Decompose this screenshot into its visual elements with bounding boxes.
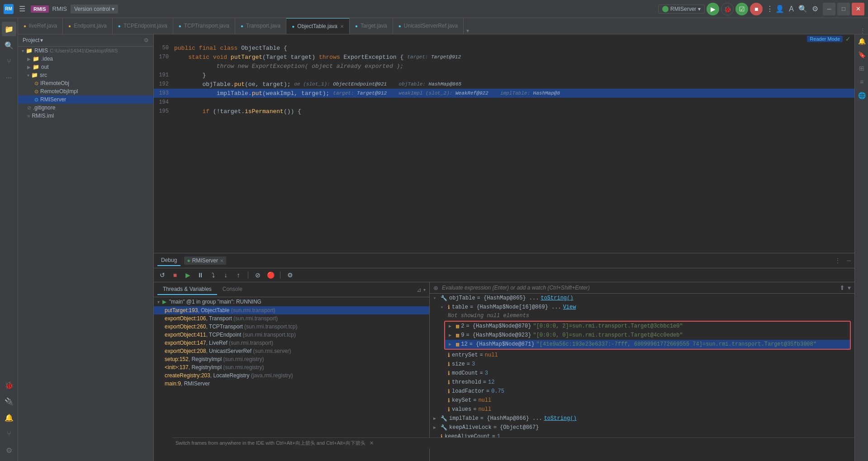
var-size[interactable]: ℹ size = 3 xyxy=(430,360,854,369)
stack-frame-0[interactable]: putTarget:193, ObjectTable (sun.rmi.tran… xyxy=(154,306,429,314)
activity-settings-icon[interactable]: ⚙ xyxy=(2,443,16,457)
code-content[interactable]: 50 public final class ObjectTable { 170 … xyxy=(154,43,854,253)
stop-debug-button[interactable]: ■ xyxy=(170,270,180,280)
more-options-button[interactable]: ⋮ xyxy=(764,4,775,14)
tostring-link[interactable]: toString() xyxy=(544,415,577,422)
var-modcount[interactable]: ℹ modCount = 3 xyxy=(430,369,854,378)
var-objtable[interactable]: ▾ 🔧 objTable = {HashMap@865} ... toStrin… xyxy=(430,294,854,303)
stack-frame-8[interactable]: createRegistry:203, LocateRegistry (java… xyxy=(154,371,429,380)
view-breakpoints-button[interactable]: 🔴 xyxy=(266,270,275,280)
eval-input[interactable] xyxy=(442,285,836,291)
step-out-button[interactable]: ↑ xyxy=(233,270,243,280)
project-dropdown[interactable]: Project ▾ xyxy=(23,37,43,43)
stack-frame-4[interactable]: exportObject:147, LiveRef (sun.rmi.trans… xyxy=(154,339,429,347)
run-button[interactable]: ▶ xyxy=(707,3,719,15)
var-entry-2[interactable]: ▶ ▦ 2 = {HashMap$Node@870} "[0:0:0, 2]=s… xyxy=(445,322,850,331)
run-server-selector[interactable]: RMIServer ▾ xyxy=(658,5,705,14)
step-into-button[interactable]: ↓ xyxy=(221,270,231,280)
activity-vcs-icon[interactable]: ⑂ xyxy=(2,54,16,69)
tostring-link[interactable]: toString() xyxy=(541,295,573,301)
expand-icon[interactable]: ⬆ xyxy=(840,284,845,291)
hamburger-button[interactable]: ☰ xyxy=(17,4,27,14)
stack-frame-7[interactable]: <init>:137, RegistryImpl (sun.rmi.regist… xyxy=(154,363,429,371)
stop-button[interactable]: ■ xyxy=(750,3,763,15)
translate-icon[interactable]: A xyxy=(789,5,794,13)
tab-tcptransport[interactable]: ● TCPTransport.java xyxy=(173,18,235,34)
chevron-down-icon[interactable]: ▾ xyxy=(848,284,851,291)
activity-more-icon[interactable]: ··· xyxy=(2,71,16,85)
sidebar-item-src[interactable]: ▾ 📁 src xyxy=(18,71,153,79)
maximize-button[interactable]: □ xyxy=(837,3,850,15)
sidebar-item-out[interactable]: ▶ 📁 out xyxy=(18,63,153,71)
notifications-icon[interactable]: 🔔 xyxy=(855,34,868,48)
mute-breakpoints-button[interactable]: ⊘ xyxy=(253,270,263,280)
activity-project-icon[interactable]: 📁 xyxy=(2,22,16,36)
stack-frame-2[interactable]: exportObject:260, TCPTransport (sun.rmi.… xyxy=(154,323,429,331)
sidebar-item-iml[interactable]: ≡ RMIS.iml xyxy=(18,112,153,120)
var-entry-12[interactable]: ▶ ▦ 12 = {HashMap$Node@871} "[41e9a56c:1… xyxy=(445,340,850,349)
tab-objecttable[interactable]: ● ObjectTable.java ✕ xyxy=(286,18,350,34)
tab-console[interactable]: Console xyxy=(217,284,248,295)
resume-button[interactable]: ▶ xyxy=(183,270,193,280)
filter-icon[interactable]: ⊿ xyxy=(417,286,422,293)
pause-button[interactable]: ⏸ xyxy=(195,270,205,280)
sidebar-item-idea[interactable]: ▶ 📁 .idea xyxy=(18,55,153,63)
sidebar-item-rmis[interactable]: ▾ 📁 RMIS C:\Users\14341\Desktop\RMIS xyxy=(18,47,153,55)
tab-transport[interactable]: ● Transport.java xyxy=(235,18,286,34)
tab-overflow[interactable]: ▾ xyxy=(464,28,472,34)
sidebar-item-gitignore[interactable]: ⊘ .gitignore xyxy=(18,104,153,112)
view-link[interactable]: View xyxy=(563,304,576,310)
tab-liveref[interactable]: ● liveRef.java xyxy=(18,18,63,34)
sidebar-item-iremoteobj[interactable]: ⊙ IRemoteObj xyxy=(18,79,153,87)
sidebar-item-rmiserver[interactable]: ⊙ RMIServer xyxy=(18,95,153,104)
tab-tcpendpoint[interactable]: ● TCPEndpoint.java xyxy=(113,18,173,34)
tab-endpoint[interactable]: ● Endpoint.java xyxy=(63,18,113,34)
var-keyset[interactable]: ℹ keySet = null xyxy=(430,396,854,405)
account-icon[interactable]: 👤 xyxy=(775,5,784,13)
settings-debug-button[interactable]: ⚙ xyxy=(285,270,295,280)
debug-run-button[interactable]: 🐞 xyxy=(721,3,734,15)
activity-debug-icon[interactable]: 🐞 xyxy=(2,378,16,392)
tab-unicastserverref[interactable]: ● UnicastServerRef.java xyxy=(393,18,464,34)
settings-icon[interactable]: ⚙ xyxy=(144,37,149,43)
tab-target[interactable]: ● Target.java xyxy=(350,18,393,34)
step-over-button[interactable]: ⤵ xyxy=(208,270,218,280)
var-loadfactor[interactable]: ℹ loadFactor = 0.75 xyxy=(430,387,854,396)
stack-frame-1[interactable]: exportObject:106, Transport (sun.rmi.tra… xyxy=(154,314,429,323)
bookmark-icon[interactable]: 🔖 xyxy=(855,48,868,62)
var-table[interactable]: ▾ ℹ table = {HashMap$Node[16]@869} ... V… xyxy=(430,303,854,312)
coverage-button[interactable]: ☑ xyxy=(735,3,748,15)
var-values[interactable]: ℹ values = null xyxy=(430,405,854,414)
restart-button[interactable]: ↺ xyxy=(157,270,167,280)
minimize-button[interactable]: ─ xyxy=(823,3,835,15)
structure-icon[interactable]: ⊞ xyxy=(855,62,868,75)
close-hint-icon[interactable]: ✕ xyxy=(370,440,374,446)
var-entry-9[interactable]: ▶ ▦ 9 = {HashMap$Node@923} "[0:0:0, 0]=s… xyxy=(445,331,850,340)
reader-mode-badge[interactable]: Reader Mode xyxy=(807,36,843,42)
close-icon[interactable]: ✕ xyxy=(220,258,223,263)
layers-icon[interactable]: ≡ xyxy=(855,75,868,89)
debug-server-tag[interactable]: ● RMIServer ✕ xyxy=(184,257,226,265)
sidebar-item-remoteobjimpl[interactable]: ⊙ RemoteObjImpl xyxy=(18,87,153,95)
var-impltable[interactable]: ▶ 🔧 implTable = {HashMap@866} ... toStri… xyxy=(430,414,854,423)
minimize-debug-icon[interactable]: ─ xyxy=(847,257,851,264)
stack-frame-9[interactable]: main:9, RMIServer xyxy=(154,380,429,388)
close-button[interactable]: ✕ xyxy=(852,3,864,15)
activity-git-icon[interactable]: ⑂ xyxy=(2,427,16,441)
tab-threads-variables[interactable]: Threads & Variables xyxy=(157,284,217,295)
activity-plugins-icon[interactable]: 🔌 xyxy=(2,394,16,409)
more-debug-icon[interactable]: ⋮ xyxy=(835,257,840,264)
var-keepalivelock[interactable]: ▶ 🔧 keepAliveLock = {Object@867} xyxy=(430,423,854,432)
activity-notifications-icon[interactable]: 🔔 xyxy=(2,410,16,425)
stack-frame-3[interactable]: exportObject:411, TCPEndpoint (sun.rmi.t… xyxy=(154,331,429,339)
chevron-down-icon[interactable]: ▾ xyxy=(423,287,426,292)
tab-close-icon[interactable]: ✕ xyxy=(340,24,344,29)
activity-search-icon[interactable]: 🔍 xyxy=(2,38,16,52)
var-entryset[interactable]: ℹ entrySet = null xyxy=(430,351,854,360)
var-threshold[interactable]: ℹ threshold = 12 xyxy=(430,378,854,387)
thread-main[interactable]: ▾ ▶ "main" @1 in group "main": RUNNING xyxy=(154,297,429,306)
debug-tab-debug[interactable]: Debug xyxy=(157,255,180,266)
tab-options[interactable]: ⋮ xyxy=(857,28,868,34)
network-icon[interactable]: 🌐 xyxy=(855,89,868,102)
stack-frame-6[interactable]: setup:152, RegistryImpl (sun.rmi.registr… xyxy=(154,355,429,363)
